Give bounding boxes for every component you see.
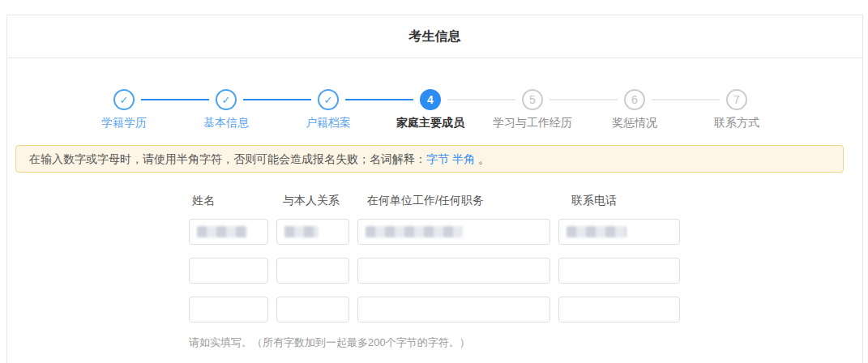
family-member-row bbox=[189, 258, 693, 284]
check-icon: ✓ bbox=[113, 89, 135, 110]
column-header-name: 姓名 bbox=[189, 194, 272, 208]
check-icon: ✓ bbox=[216, 89, 237, 110]
step-2-done[interactable]: ✓基本信息 bbox=[175, 89, 277, 130]
step-label: 联系方式 bbox=[686, 116, 788, 130]
step-connector bbox=[447, 99, 515, 100]
candidate-info-card: 考生信息 ✓学籍学历✓基本信息✓户籍档案4家庭主要成员5学习与工作经历6奖惩情况… bbox=[6, 15, 863, 363]
step-connector bbox=[652, 99, 720, 100]
step-6-pending[interactable]: 6奖惩情况 bbox=[584, 89, 686, 130]
page: 考生信息 ✓学籍学历✓基本信息✓户籍档案4家庭主要成员5学习与工作经历6奖惩情况… bbox=[0, 0, 868, 363]
table-cell bbox=[558, 297, 680, 322]
alert-suffix: 。 bbox=[478, 152, 490, 165]
page-title: 考生信息 bbox=[7, 15, 862, 58]
step-3-done[interactable]: ✓户籍档案 bbox=[277, 89, 379, 130]
step-connector bbox=[243, 99, 311, 100]
name-input-row1[interactable] bbox=[189, 219, 268, 245]
step-label: 户籍档案 bbox=[277, 116, 379, 130]
halfwidth-notice-alert: 在输入数字或字母时，请使用半角字符，否则可能会造成报名失败；名词解释：字节半角。 bbox=[15, 145, 844, 173]
table-header-row: 姓名与本人关系在何单位工作/任何职务联系电话 bbox=[189, 194, 693, 208]
family-member-row bbox=[189, 297, 693, 322]
name-input-row2[interactable] bbox=[189, 258, 268, 284]
work-unit-input-row3[interactable] bbox=[357, 297, 550, 322]
step-label: 奖惩情况 bbox=[584, 116, 686, 130]
table-cell bbox=[276, 297, 349, 322]
alert-message: 在输入数字或字母时，请使用半角字符，否则可能会造成报名失败；名词解释： bbox=[29, 152, 426, 165]
column-header-work-unit: 在何单位工作/任何职务 bbox=[364, 194, 560, 208]
relation-input-row3[interactable] bbox=[276, 297, 349, 322]
step-5-pending[interactable]: 5学习与工作经历 bbox=[481, 89, 584, 130]
halfwidth-definition-link[interactable]: 半角 bbox=[452, 152, 475, 165]
table-cell bbox=[189, 297, 268, 322]
step-number-badge: 5 bbox=[522, 89, 543, 110]
relation-input-row2[interactable] bbox=[276, 258, 349, 284]
step-connector bbox=[141, 99, 209, 100]
family-members-form: 姓名与本人关系在何单位工作/任何职务联系电话 请如实填写。（所有字数加到一起最多… bbox=[189, 194, 693, 350]
step-connector bbox=[549, 99, 618, 100]
form-note: 请如实填写。（所有字数加到一起最多200个字节的字符。） bbox=[189, 335, 693, 350]
table-cell bbox=[558, 219, 680, 245]
table-cell bbox=[357, 219, 550, 245]
step-4-active[interactable]: 4家庭主要成员 bbox=[379, 89, 481, 130]
table-cell bbox=[189, 258, 268, 284]
check-icon: ✓ bbox=[318, 89, 339, 110]
name-input-row3[interactable] bbox=[189, 297, 268, 322]
column-header-relation: 与本人关系 bbox=[280, 194, 356, 208]
step-connector bbox=[345, 99, 413, 100]
work-unit-input-row2[interactable] bbox=[357, 258, 550, 284]
byte-definition-link[interactable]: 字节 bbox=[426, 152, 449, 165]
step-7-pending[interactable]: 7联系方式 bbox=[686, 89, 788, 130]
step-label: 基本信息 bbox=[175, 116, 277, 130]
table-cell bbox=[276, 258, 349, 284]
stepper: ✓学籍学历✓基本信息✓户籍档案4家庭主要成员5学习与工作经历6奖惩情况7联系方式 bbox=[73, 89, 788, 130]
phone-input-row3[interactable] bbox=[558, 297, 680, 322]
phone-input-row2[interactable] bbox=[558, 258, 680, 284]
column-header-phone: 联系电话 bbox=[568, 194, 693, 208]
step-number-badge: 7 bbox=[726, 89, 747, 110]
step-label: 家庭主要成员 bbox=[379, 116, 481, 130]
table-cell bbox=[558, 258, 680, 284]
family-member-row bbox=[189, 219, 693, 245]
step-number-badge: 6 bbox=[624, 89, 645, 110]
relation-input-row1[interactable] bbox=[276, 219, 349, 245]
phone-input-row1[interactable] bbox=[558, 219, 680, 245]
table-cell bbox=[357, 297, 550, 322]
step-label: 学籍学历 bbox=[73, 116, 175, 130]
step-1-done[interactable]: ✓学籍学历 bbox=[73, 89, 175, 130]
step-label: 学习与工作经历 bbox=[481, 116, 584, 130]
table-cell bbox=[357, 258, 550, 284]
family-rows bbox=[189, 219, 693, 322]
work-unit-input-row1[interactable] bbox=[357, 219, 550, 245]
step-number-badge: 4 bbox=[420, 89, 441, 110]
table-cell bbox=[189, 219, 268, 245]
table-cell bbox=[276, 219, 349, 245]
